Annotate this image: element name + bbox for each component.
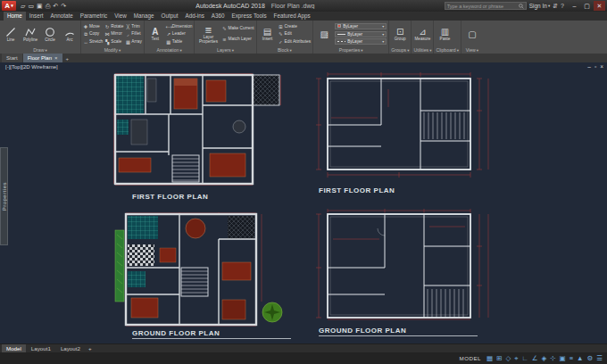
lineweight-dropdown[interactable]: ByLayer ▾: [335, 31, 387, 37]
line-button[interactable]: Line: [2, 21, 20, 46]
match-properties-button[interactable]: ▨: [315, 21, 333, 46]
trim-button[interactable]: ╳Trim: [125, 24, 141, 29]
redo-icon[interactable]: ↷: [61, 3, 66, 10]
tab-parametric[interactable]: Parametric: [77, 12, 111, 21]
first-floor-furnished-plan[interactable]: [113, 73, 281, 186]
leader-button[interactable]: ↗Leader: [166, 31, 193, 37]
text-button[interactable]: A Text: [146, 21, 164, 46]
panel-title-properties[interactable]: Properties▾: [315, 46, 387, 54]
file-tab-start[interactable]: Start: [2, 54, 22, 62]
match-layer-button[interactable]: ≋Match Layer: [221, 37, 254, 42]
layout-tab-layout2[interactable]: Layout2: [56, 344, 85, 352]
circle-button[interactable]: Circle: [41, 21, 59, 46]
tab-featured-apps[interactable]: Featured Apps: [270, 12, 314, 21]
object-snap-tracking-icon[interactable]: ⊹: [550, 352, 555, 364]
annotation-scale-icon[interactable]: ▲: [577, 352, 583, 364]
undo-icon[interactable]: ↶: [53, 3, 58, 10]
table-button[interactable]: ▦Table: [166, 39, 193, 45]
minimize-button[interactable]: –: [569, 1, 580, 11]
layout-tab-model[interactable]: Model: [2, 344, 26, 352]
scale-button[interactable]: ▚Scale: [104, 39, 123, 45]
polar-tracking-icon[interactable]: ∠: [532, 352, 538, 364]
copy-button[interactable]: ⧉Copy: [83, 31, 103, 37]
tab-manage[interactable]: Manage: [130, 12, 158, 21]
tab-insert[interactable]: Insert: [26, 12, 47, 21]
viewport-minimize[interactable]: –: [587, 63, 591, 70]
workspace-icon[interactable]: ⚙: [587, 352, 594, 364]
insert-block-button[interactable]: ▤ Insert: [259, 21, 277, 46]
close-icon[interactable]: ×: [54, 54, 58, 62]
object-snap-icon[interactable]: ▣: [560, 352, 566, 364]
tab-view[interactable]: View: [111, 12, 130, 21]
sign-in-button[interactable]: Sign In ▾: [529, 3, 551, 9]
drawing-canvas[interactable]: [-][Top][2D Wireframe] – ▫ × Properties: [0, 62, 607, 343]
mirror-button[interactable]: ⋈Mirror: [104, 31, 123, 37]
layout-tab-layout1[interactable]: Layout1: [27, 344, 55, 352]
dimension-button[interactable]: ⟷Dimension: [166, 24, 193, 29]
linetype-dropdown[interactable]: ByLayer ▾: [335, 38, 387, 45]
search-icon[interactable]: [519, 4, 524, 9]
panel-title-groups[interactable]: Groups▾: [391, 46, 409, 54]
model-space-indicator[interactable]: MODEL: [460, 355, 482, 361]
tab-home[interactable]: Home: [4, 12, 26, 21]
panel-title-utilities[interactable]: Utilities▾: [413, 46, 431, 54]
rotate-button[interactable]: ↻Rotate: [104, 24, 123, 29]
new-drawing-tab-button[interactable]: +: [63, 55, 72, 62]
measure-button[interactable]: ⊿ Measure: [413, 21, 431, 46]
close-button[interactable]: ✕: [594, 1, 605, 11]
file-tab-floor-plan[interactable]: Floor Plan ×: [23, 54, 62, 62]
create-block-button[interactable]: ⊞Create: [279, 24, 312, 29]
view-tools-button[interactable]: ▢: [463, 21, 481, 46]
object-color-dropdown[interactable]: ByLayer ▾: [335, 23, 387, 29]
infer-constraints-icon[interactable]: ◇: [505, 352, 511, 364]
arc-button[interactable]: Arc: [61, 21, 79, 46]
application-menu-button[interactable]: A ▾: [2, 1, 16, 11]
viewport-label[interactable]: [-][Top][2D Wireframe]: [5, 64, 58, 70]
polyline-button[interactable]: Polyline: [21, 21, 39, 46]
panel-title-clipboard[interactable]: Clipboard▾: [436, 46, 458, 54]
tab-output[interactable]: Output: [158, 12, 182, 21]
paste-button[interactable]: ▥ Paste: [436, 21, 453, 46]
save-icon[interactable]: ▣: [37, 3, 43, 10]
viewport-close[interactable]: ×: [600, 63, 603, 70]
maximize-button[interactable]: ▢: [581, 1, 593, 11]
group-button[interactable]: ⊡ Group: [391, 21, 409, 46]
open-file-icon[interactable]: ▭: [28, 3, 34, 10]
lineweight-icon[interactable]: ≡: [570, 352, 573, 364]
array-button[interactable]: ▦Array: [125, 39, 141, 45]
tab-a360[interactable]: A360: [208, 12, 229, 21]
panel-title-annotation[interactable]: Annotation▾: [146, 46, 193, 54]
new-layout-button[interactable]: +: [86, 345, 95, 352]
panel-title-view[interactable]: View▾: [463, 46, 481, 54]
tab-annotate[interactable]: Annotate: [47, 12, 77, 21]
viewport-restore[interactable]: ▫: [595, 63, 596, 70]
panel-title-draw[interactable]: Draw▾: [2, 46, 79, 54]
tab-add-ins[interactable]: Add-ins: [181, 12, 207, 21]
search-box[interactable]: [445, 2, 527, 10]
panel-title-layers[interactable]: Layers▾: [196, 46, 254, 54]
edit-block-button[interactable]: ✎Edit: [279, 31, 312, 37]
exchange-apps-icon[interactable]: ⇵: [553, 3, 558, 10]
ground-floor-furnished-plan[interactable]: [113, 212, 288, 327]
new-file-icon[interactable]: ▱: [21, 3, 25, 10]
isodraft-icon[interactable]: ◈: [542, 352, 547, 364]
panel-title-block[interactable]: Block▾: [259, 46, 312, 54]
edit-attributes-button[interactable]: ✓Edit Attributes: [279, 39, 312, 45]
make-current-button[interactable]: ✎Make Current: [221, 26, 254, 31]
grid-icon[interactable]: ▦: [486, 352, 493, 364]
panel-title-modify[interactable]: Modify▾: [83, 46, 142, 54]
move-button[interactable]: ✚Move: [83, 24, 103, 29]
layer-properties-button[interactable]: ≣ Layer Properties: [196, 21, 220, 46]
properties-palette-tab[interactable]: Properties: [0, 147, 8, 245]
snap-icon[interactable]: ⊞: [496, 352, 502, 364]
print-icon[interactable]: ⎙: [46, 3, 51, 10]
fillet-button[interactable]: ◞Fillet: [125, 31, 141, 37]
ground-floor-dimensioned-plan[interactable]: [313, 209, 503, 321]
first-floor-dimensioned-plan[interactable]: [313, 71, 503, 178]
ortho-icon[interactable]: ∟: [521, 352, 528, 364]
help-icon[interactable]: ?: [561, 3, 564, 9]
stretch-button[interactable]: ↔Stretch: [83, 39, 103, 45]
tab-express-tools[interactable]: Express Tools: [229, 12, 270, 21]
dynamic-input-icon[interactable]: ⌖: [514, 352, 518, 364]
search-input[interactable]: [447, 4, 517, 9]
